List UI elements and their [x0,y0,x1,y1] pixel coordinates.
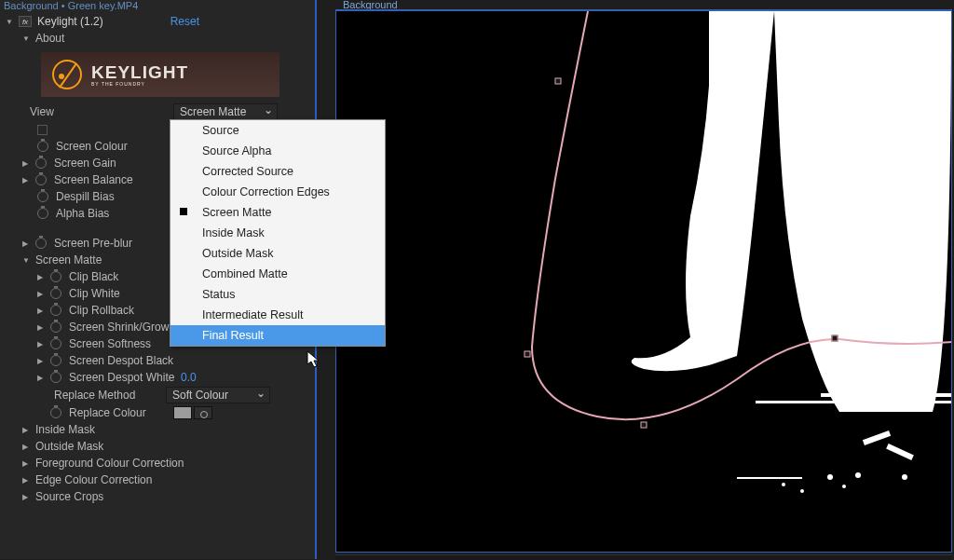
view-option-final-result[interactable]: Final Result [170,325,385,346]
selected-dot-icon [180,208,187,215]
screen-softness-label: Screen Softness [69,337,151,350]
screen-despot-black-row[interactable]: Screen Despot Black [0,352,315,369]
svg-point-6 [800,489,804,493]
view-option-colour-correction-edges[interactable]: Colour Correction Edges [170,182,385,202]
composition-viewer[interactable] [335,9,952,553]
twirl-icon[interactable] [37,356,47,365]
svg-rect-9 [821,393,951,397]
reset-link[interactable]: Reset [170,15,199,28]
view-option-source-alpha[interactable]: Source Alpha [170,141,385,161]
twirl-icon[interactable] [37,272,47,281]
stopwatch-icon[interactable] [50,338,61,349]
view-label: View [30,105,170,118]
replace-colour-label: Replace Colour [69,406,166,419]
svg-point-4 [855,472,861,478]
stopwatch-icon[interactable] [35,174,47,185]
stopwatch-icon[interactable] [50,271,61,282]
stopwatch-icon[interactable] [35,238,47,249]
stopwatch-icon[interactable] [37,208,48,219]
layer-path: Background • Green key.MP4 [0,0,315,13]
matte-display [336,11,951,552]
stopwatch-icon[interactable] [35,157,47,169]
fx-badge-icon[interactable]: fx [19,16,32,27]
view-dropdown[interactable]: Screen Matte [173,103,278,120]
eyedropper-icon[interactable] [194,406,212,419]
clip-rollback-label: Clip Rollback [69,304,134,317]
svg-rect-8 [737,477,802,479]
replace-method-dropdown[interactable]: Soft Colour [166,387,270,403]
stopwatch-icon[interactable] [37,141,48,152]
view-option-outside-mask[interactable]: Outside Mask [170,243,385,264]
twirl-icon[interactable] [22,239,32,248]
inside-mask-row[interactable]: Inside Mask [0,421,315,438]
twirl-icon[interactable] [37,373,47,382]
twirl-icon[interactable] [22,175,32,184]
svg-point-3 [842,485,846,488]
despill-bias-label: Despill Bias [56,190,115,203]
outside-mask-label: Outside Mask [35,440,103,453]
outside-mask-row[interactable]: Outside Mask [0,438,315,455]
svg-rect-10 [756,401,951,403]
edge-cc-row[interactable]: Edge Colour Correction [0,471,315,488]
stopwatch-icon[interactable] [50,288,61,299]
twirl-icon[interactable] [22,442,32,451]
clip-white-label: Clip White [69,287,120,300]
stopwatch-icon[interactable] [50,407,61,418]
view-option-source[interactable]: Source [170,120,385,141]
svg-point-7 [782,483,785,486]
fg-cc-row[interactable]: Foreground Colour Correction [0,455,315,471]
twirl-icon[interactable] [22,255,32,265]
stopwatch-icon[interactable] [50,305,61,316]
screen-despot-white-label: Screen Despot White [69,371,177,384]
stopwatch-icon[interactable] [50,372,61,383]
svg-rect-0 [863,430,891,445]
screen-gain-label: Screen Gain [54,157,116,170]
svg-point-2 [827,474,833,480]
about-row[interactable]: About [0,30,315,47]
twirl-icon[interactable] [37,339,47,348]
stopwatch-icon[interactable] [50,355,61,366]
stopwatch-icon[interactable] [37,191,48,202]
view-dropdown-menu[interactable]: SourceSource AlphaCorrected SourceColour… [170,119,386,347]
view-option-screen-matte[interactable]: Screen Matte [170,202,385,223]
timeline-strip [335,554,952,560]
view-option-status[interactable]: Status [170,284,385,305]
twirl-icon[interactable] [37,289,47,298]
twirl-icon[interactable] [22,492,32,501]
view-option-corrected-source[interactable]: Corrected Source [170,161,385,182]
screen-colour-label: Screen Colour [56,140,128,153]
view-option-combined-matte[interactable]: Combined Matte [170,264,385,284]
source-crops-label: Source Crops [35,490,103,503]
effect-header[interactable]: fx Keylight (1.2) Reset [0,13,315,30]
replace-method-row: Replace Method Soft Colour [0,386,315,404]
stopwatch-icon[interactable] [50,321,61,333]
clip-black-label: Clip Black [69,270,118,283]
replace-colour-swatch[interactable] [173,406,192,419]
twirl-icon[interactable] [37,306,47,315]
screen-despot-white-row[interactable]: Screen Despot White 0.0 [0,369,315,386]
twirl-icon[interactable] [22,158,32,168]
unpremultiply-checkbox[interactable] [37,125,48,135]
svg-rect-1 [886,444,914,460]
view-option-intermediate-result[interactable]: Intermediate Result [170,305,385,325]
view-option-inside-mask[interactable]: Inside Mask [170,223,385,243]
replace-method-label: Replace Method [54,389,162,402]
screen-despot-white-value[interactable]: 0.0 [181,371,197,384]
screen-balance-label: Screen Balance [54,173,133,186]
twirl-icon[interactable] [37,322,47,332]
fg-cc-label: Foreground Colour Correction [35,457,184,470]
twirl-icon[interactable] [22,425,32,434]
twirl-icon[interactable] [22,458,32,468]
about-label: About [35,32,64,45]
replace-colour-row[interactable]: Replace Colour [0,404,315,421]
twirl-icon[interactable] [22,475,32,485]
screen-despot-black-label: Screen Despot Black [69,354,173,367]
effect-twirl[interactable] [6,17,15,26]
source-crops-row[interactable]: Source Crops [0,488,315,505]
keylight-logo-text: KEYLIGHT [91,62,188,83]
effect-name: Keylight (1.2) [37,15,103,28]
about-twirl[interactable] [22,34,32,43]
svg-point-5 [902,474,907,480]
screen-matte-group-label: Screen Matte [35,253,102,266]
screen-preblur-label: Screen Pre-blur [54,237,132,250]
